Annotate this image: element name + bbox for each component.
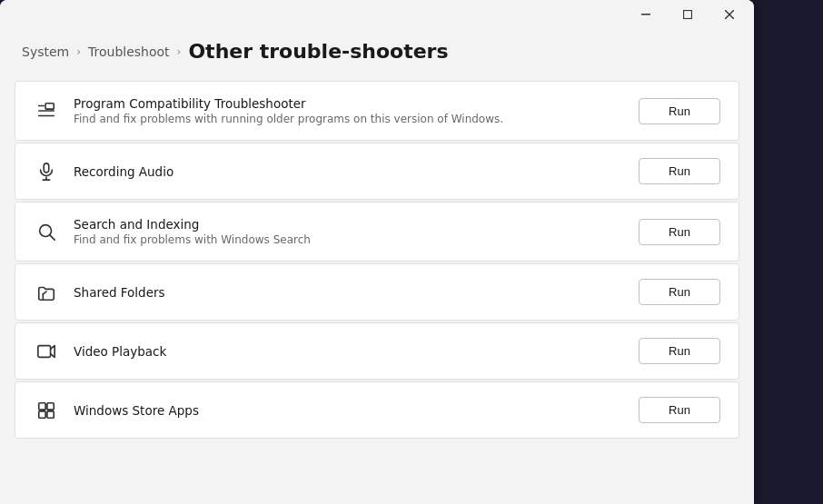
breadcrumb-sep-1: › — [76, 45, 81, 58]
run-button-windows-store-apps[interactable]: Run — [639, 397, 720, 423]
item-desc: Find and fix problems with running older… — [74, 113, 624, 125]
mic-icon — [34, 159, 59, 184]
item-desc: Find and fix problems with Windows Searc… — [74, 233, 624, 246]
svg-rect-7 — [45, 104, 54, 109]
list-item: Search and Indexing Find and fix problem… — [15, 202, 739, 262]
breadcrumb-current: Other trouble-shooters — [188, 40, 448, 63]
window-controls — [625, 0, 750, 29]
store-icon — [34, 398, 59, 423]
svg-rect-0 — [641, 14, 650, 15]
svg-rect-18 — [39, 410, 45, 417]
svg-rect-8 — [44, 163, 49, 172]
item-text-search-indexing: Search and Indexing Find and fix problem… — [74, 217, 624, 246]
breadcrumb-system[interactable]: System — [22, 44, 69, 59]
item-title: Search and Indexing — [74, 217, 624, 232]
list-icon — [34, 98, 59, 124]
item-title: Windows Store Apps — [74, 403, 624, 418]
item-title: Program Compatibility Troubleshooter — [74, 96, 624, 111]
settings-window: System › Troubleshoot › Other trouble-sh… — [0, 0, 754, 504]
close-button[interactable] — [709, 0, 750, 29]
breadcrumb-troubleshoot[interactable]: Troubleshoot — [88, 44, 170, 59]
svg-rect-16 — [39, 402, 45, 409]
item-text-shared-folders: Shared Folders — [74, 285, 624, 300]
title-bar — [0, 0, 754, 29]
svg-rect-15 — [38, 345, 51, 357]
run-button-program-compatibility[interactable]: Run — [639, 98, 720, 124]
run-button-recording-audio[interactable]: Run — [639, 158, 720, 184]
troubleshooters-list: Program Compatibility Troubleshooter Fin… — [0, 70, 754, 504]
breadcrumb: System › Troubleshoot › Other trouble-sh… — [0, 29, 754, 70]
search-icon — [34, 219, 59, 244]
item-title: Shared Folders — [74, 285, 624, 300]
svg-rect-17 — [47, 402, 54, 409]
item-text-windows-store-apps: Windows Store Apps — [74, 403, 624, 418]
item-title: Recording Audio — [74, 164, 624, 179]
svg-rect-1 — [684, 11, 692, 19]
run-button-shared-folders[interactable]: Run — [639, 279, 720, 305]
item-title: Video Playback — [74, 344, 624, 359]
list-item: Windows Store Apps Run — [15, 381, 739, 439]
list-item: Program Compatibility Troubleshooter Fin… — [15, 81, 739, 141]
item-text-recording-audio: Recording Audio — [74, 164, 624, 179]
minimize-button[interactable] — [625, 0, 667, 29]
breadcrumb-sep-2: › — [177, 45, 182, 58]
svg-line-12 — [50, 235, 55, 240]
folder-icon — [34, 280, 59, 305]
item-text-video-playback: Video Playback — [74, 344, 624, 359]
svg-line-14 — [43, 292, 46, 294]
maximize-button[interactable] — [667, 0, 709, 29]
video-icon — [34, 339, 59, 364]
svg-rect-19 — [47, 410, 54, 417]
list-item: Recording Audio Run — [15, 143, 739, 200]
list-item: Video Playback Run — [15, 322, 739, 380]
run-button-search-indexing[interactable]: Run — [639, 219, 720, 245]
run-button-video-playback[interactable]: Run — [639, 338, 720, 364]
list-item: Shared Folders Run — [15, 263, 739, 321]
item-text-program-compatibility: Program Compatibility Troubleshooter Fin… — [74, 96, 624, 125]
